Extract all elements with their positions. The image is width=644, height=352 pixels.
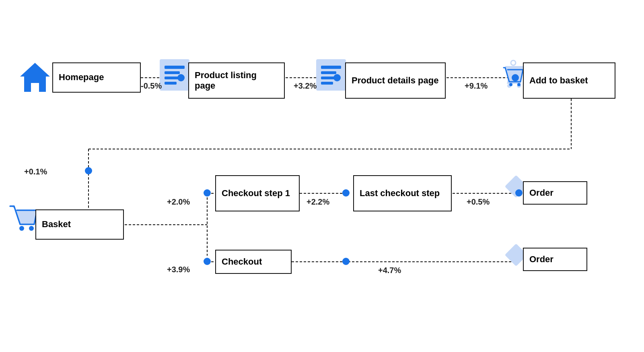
- order2-label: Order: [529, 254, 553, 265]
- edge-basket-upleft: +0.1%: [24, 167, 47, 176]
- pdp-node: Product details page: [345, 62, 446, 99]
- edge-plp-pdp: +3.2%: [294, 81, 317, 91]
- checkout-label: Checkout: [222, 257, 262, 267]
- edge-checkout-order2: +4.7%: [378, 266, 401, 275]
- checkout-node: Checkout: [215, 250, 292, 274]
- svg-point-30: [29, 226, 34, 231]
- pdp-label: Product details page: [352, 75, 438, 86]
- dot-order1: [515, 189, 523, 197]
- edge-home-plp: -0.5%: [141, 81, 162, 91]
- cs1-node: Checkout step 1: [215, 175, 300, 211]
- svg-point-24: [511, 60, 516, 65]
- dot-plp-pdp: [333, 74, 341, 81]
- homepage-label: Homepage: [59, 72, 104, 83]
- flow-diagram: Homepage -0.5% Product listing page +3.2…: [0, 0, 644, 352]
- lcs-node: Last checkout step: [353, 175, 452, 211]
- svg-point-27: [509, 83, 512, 86]
- edge-pdp-atb: +9.1%: [465, 81, 488, 91]
- svg-marker-13: [20, 63, 50, 92]
- svg-rect-23: [321, 82, 333, 85]
- svg-point-28: [517, 83, 521, 86]
- svg-rect-19: [316, 59, 346, 91]
- svg-rect-21: [321, 71, 336, 74]
- plp-node: Product listing page: [188, 62, 285, 99]
- edge-basket-checkout: +3.9%: [167, 265, 190, 274]
- pdp-icon: [315, 58, 347, 93]
- svg-rect-18: [165, 82, 177, 85]
- svg-rect-15: [165, 66, 185, 69]
- homepage-node: Homepage: [52, 62, 141, 93]
- dot-order2: [342, 258, 350, 265]
- edge-lcs-order1: +0.5%: [467, 197, 490, 207]
- homepage-icon: [17, 60, 53, 97]
- dot-cs1: [204, 189, 211, 197]
- atb-label: Add to basket: [529, 75, 588, 86]
- svg-point-29: [19, 226, 24, 231]
- dot-home-plp: [177, 74, 185, 81]
- svg-rect-16: [165, 71, 180, 74]
- dot-pdp-atb: [512, 74, 519, 81]
- order2-node: Order: [523, 248, 587, 271]
- plp-label: Product listing page: [195, 70, 278, 91]
- lcs-label: Last checkout step: [360, 188, 440, 199]
- basket-node: Basket: [35, 209, 124, 240]
- edge-basket-cs1: +2.0%: [167, 197, 190, 207]
- dot-checkout: [204, 258, 211, 265]
- dot-left-vertical: [85, 167, 92, 174]
- basket-label: Basket: [42, 219, 71, 230]
- order1-node: Order: [523, 181, 587, 205]
- atb-node: Add to basket: [523, 62, 615, 99]
- plp-icon: [159, 58, 190, 93]
- svg-rect-20: [321, 66, 341, 69]
- order1-label: Order: [529, 188, 553, 198]
- svg-rect-14: [160, 59, 189, 91]
- cs1-label: Checkout step 1: [222, 188, 290, 199]
- dot-lcs: [342, 189, 350, 197]
- edge-cs1-lcs: +2.2%: [307, 197, 329, 207]
- connector-lines: [0, 0, 644, 352]
